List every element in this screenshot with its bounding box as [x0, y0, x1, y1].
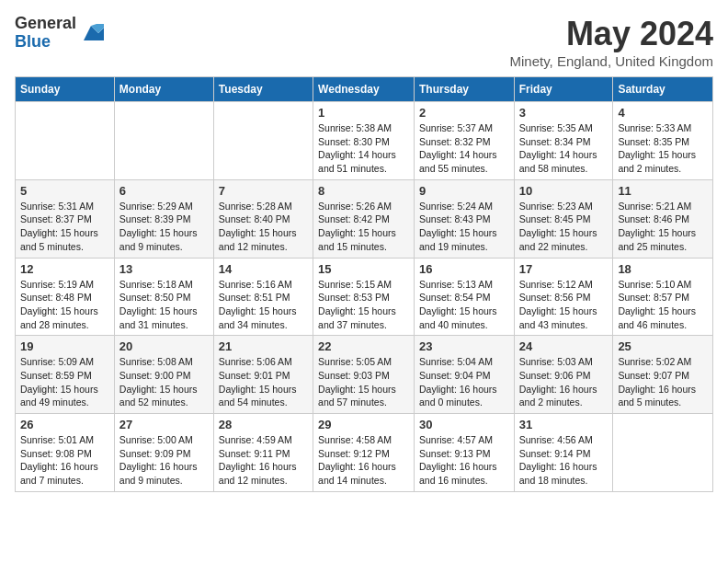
calendar-day-cell: 20Sunrise: 5:08 AM Sunset: 9:00 PM Dayli…	[114, 336, 213, 414]
calendar-day-cell: 12Sunrise: 5:19 AM Sunset: 8:48 PM Dayli…	[16, 258, 115, 336]
weekday-header-sunday: Sunday	[16, 77, 115, 102]
day-info: Sunrise: 5:35 AM Sunset: 8:34 PM Dayligh…	[519, 121, 609, 176]
day-info: Sunrise: 5:28 AM Sunset: 8:40 PM Dayligh…	[219, 200, 308, 254]
calendar-day-cell: 23Sunrise: 5:04 AM Sunset: 9:04 PM Dayli…	[414, 336, 514, 414]
calendar-day-cell: 31Sunrise: 4:56 AM Sunset: 9:14 PM Dayli…	[514, 414, 613, 492]
day-number: 31	[519, 418, 609, 431]
location-text: Minety, England, United Kingdom	[509, 53, 713, 69]
day-number: 13	[119, 262, 209, 276]
calendar-day-cell: 3Sunrise: 5:35 AM Sunset: 8:34 PM Daylig…	[514, 102, 613, 180]
calendar-day-cell: 1Sunrise: 5:38 AM Sunset: 8:30 PM Daylig…	[313, 102, 415, 180]
calendar-day-cell: 29Sunrise: 4:58 AM Sunset: 9:12 PM Dayli…	[313, 414, 415, 492]
calendar-day-cell: 9Sunrise: 5:24 AM Sunset: 8:43 PM Daylig…	[414, 179, 514, 258]
calendar-day-cell: 26Sunrise: 5:01 AM Sunset: 9:08 PM Dayli…	[16, 414, 115, 492]
day-info: Sunrise: 5:31 AM Sunset: 8:37 PM Dayligh…	[20, 200, 109, 254]
day-number: 26	[20, 418, 109, 431]
day-number: 2	[419, 106, 509, 120]
calendar-day-cell: 16Sunrise: 5:13 AM Sunset: 8:54 PM Dayli…	[414, 258, 514, 336]
day-info: Sunrise: 5:10 AM Sunset: 8:57 PM Dayligh…	[618, 278, 708, 332]
calendar-day-cell: 6Sunrise: 5:29 AM Sunset: 8:39 PM Daylig…	[114, 179, 213, 258]
day-info: Sunrise: 5:37 AM Sunset: 8:32 PM Dayligh…	[419, 121, 509, 176]
day-number: 18	[618, 262, 708, 276]
calendar-day-cell: 5Sunrise: 5:31 AM Sunset: 8:37 PM Daylig…	[16, 179, 115, 258]
calendar-day-cell	[16, 102, 115, 180]
day-info: Sunrise: 5:15 AM Sunset: 8:53 PM Dayligh…	[318, 278, 409, 332]
day-info: Sunrise: 4:58 AM Sunset: 9:12 PM Dayligh…	[318, 433, 409, 488]
day-number: 23	[419, 339, 509, 353]
day-info: Sunrise: 5:33 AM Sunset: 8:35 PM Dayligh…	[618, 121, 708, 176]
calendar-day-cell: 24Sunrise: 5:03 AM Sunset: 9:06 PM Dayli…	[514, 336, 613, 414]
calendar-day-cell: 8Sunrise: 5:26 AM Sunset: 8:42 PM Daylig…	[313, 179, 415, 258]
day-number: 21	[219, 339, 308, 353]
day-number: 28	[219, 418, 308, 431]
day-number: 30	[419, 418, 509, 431]
calendar-day-cell: 2Sunrise: 5:37 AM Sunset: 8:32 PM Daylig…	[414, 102, 514, 180]
logo-general: General	[15, 15, 76, 33]
calendar-week-row: 12Sunrise: 5:19 AM Sunset: 8:48 PM Dayli…	[16, 258, 713, 336]
day-info: Sunrise: 5:13 AM Sunset: 8:54 PM Dayligh…	[419, 278, 509, 332]
logo: General Blue	[15, 15, 104, 52]
day-number: 16	[419, 262, 509, 276]
calendar-day-cell	[213, 102, 313, 180]
calendar-day-cell: 14Sunrise: 5:16 AM Sunset: 8:51 PM Dayli…	[213, 258, 313, 336]
calendar-day-cell: 30Sunrise: 4:57 AM Sunset: 9:13 PM Dayli…	[414, 414, 514, 492]
calendar-day-cell: 28Sunrise: 4:59 AM Sunset: 9:11 PM Dayli…	[213, 414, 313, 492]
calendar-body: 1Sunrise: 5:38 AM Sunset: 8:30 PM Daylig…	[16, 102, 713, 492]
calendar-day-cell	[613, 414, 713, 492]
day-info: Sunrise: 4:56 AM Sunset: 9:14 PM Dayligh…	[519, 433, 609, 488]
calendar-day-cell	[114, 102, 213, 180]
day-number: 9	[419, 184, 509, 198]
day-number: 8	[318, 184, 409, 198]
day-info: Sunrise: 5:09 AM Sunset: 8:59 PM Dayligh…	[20, 355, 109, 409]
day-number: 6	[119, 184, 209, 198]
day-info: Sunrise: 4:57 AM Sunset: 9:13 PM Dayligh…	[419, 433, 509, 488]
day-info: Sunrise: 5:18 AM Sunset: 8:50 PM Dayligh…	[119, 278, 209, 332]
calendar-day-cell: 25Sunrise: 5:02 AM Sunset: 9:07 PM Dayli…	[613, 336, 713, 414]
day-number: 14	[219, 262, 308, 276]
day-info: Sunrise: 5:24 AM Sunset: 8:43 PM Dayligh…	[419, 200, 509, 254]
calendar-table: SundayMondayTuesdayWednesdayThursdayFrid…	[15, 76, 713, 492]
weekday-header-saturday: Saturday	[613, 77, 713, 102]
day-number: 27	[119, 418, 209, 431]
day-info: Sunrise: 5:26 AM Sunset: 8:42 PM Dayligh…	[318, 200, 409, 254]
calendar-header: SundayMondayTuesdayWednesdayThursdayFrid…	[16, 77, 713, 102]
calendar-day-cell: 22Sunrise: 5:05 AM Sunset: 9:03 PM Dayli…	[313, 336, 415, 414]
day-info: Sunrise: 5:03 AM Sunset: 9:06 PM Dayligh…	[519, 355, 609, 409]
day-number: 19	[20, 339, 109, 353]
calendar-day-cell: 18Sunrise: 5:10 AM Sunset: 8:57 PM Dayli…	[613, 258, 713, 336]
day-info: Sunrise: 5:00 AM Sunset: 9:09 PM Dayligh…	[119, 433, 209, 488]
day-info: Sunrise: 5:06 AM Sunset: 9:01 PM Dayligh…	[219, 355, 308, 409]
day-info: Sunrise: 4:59 AM Sunset: 9:11 PM Dayligh…	[219, 433, 308, 488]
day-number: 17	[519, 262, 609, 276]
calendar-week-row: 19Sunrise: 5:09 AM Sunset: 8:59 PM Dayli…	[16, 336, 713, 414]
weekday-header-tuesday: Tuesday	[213, 77, 313, 102]
day-number: 29	[318, 418, 409, 431]
day-info: Sunrise: 5:01 AM Sunset: 9:08 PM Dayligh…	[20, 433, 109, 488]
calendar-week-row: 1Sunrise: 5:38 AM Sunset: 8:30 PM Daylig…	[16, 102, 713, 180]
day-number: 4	[618, 106, 708, 120]
day-info: Sunrise: 5:12 AM Sunset: 8:56 PM Dayligh…	[519, 278, 609, 332]
weekday-header-row: SundayMondayTuesdayWednesdayThursdayFrid…	[16, 77, 713, 102]
day-info: Sunrise: 5:19 AM Sunset: 8:48 PM Dayligh…	[20, 278, 109, 332]
day-number: 10	[519, 184, 609, 198]
weekday-header-friday: Friday	[514, 77, 613, 102]
calendar-day-cell: 19Sunrise: 5:09 AM Sunset: 8:59 PM Dayli…	[16, 336, 115, 414]
calendar-day-cell: 4Sunrise: 5:33 AM Sunset: 8:35 PM Daylig…	[613, 102, 713, 180]
day-info: Sunrise: 5:23 AM Sunset: 8:45 PM Dayligh…	[519, 200, 609, 254]
page-header: General Blue May 2024 Minety, England, U…	[15, 15, 713, 69]
weekday-header-wednesday: Wednesday	[313, 77, 415, 102]
day-number: 25	[618, 339, 708, 353]
day-info: Sunrise: 5:29 AM Sunset: 8:39 PM Dayligh…	[119, 200, 209, 254]
day-info: Sunrise: 5:02 AM Sunset: 9:07 PM Dayligh…	[618, 355, 708, 409]
calendar-day-cell: 10Sunrise: 5:23 AM Sunset: 8:45 PM Dayli…	[514, 179, 613, 258]
day-number: 11	[618, 184, 708, 198]
calendar-week-row: 5Sunrise: 5:31 AM Sunset: 8:37 PM Daylig…	[16, 179, 713, 258]
weekday-header-monday: Monday	[114, 77, 213, 102]
logo-blue: Blue	[15, 33, 76, 52]
calendar-day-cell: 21Sunrise: 5:06 AM Sunset: 9:01 PM Dayli…	[213, 336, 313, 414]
calendar-day-cell: 27Sunrise: 5:00 AM Sunset: 9:09 PM Dayli…	[114, 414, 213, 492]
day-number: 5	[20, 184, 109, 198]
calendar-week-row: 26Sunrise: 5:01 AM Sunset: 9:08 PM Dayli…	[16, 414, 713, 492]
calendar-day-cell: 17Sunrise: 5:12 AM Sunset: 8:56 PM Dayli…	[514, 258, 613, 336]
day-number: 22	[318, 339, 409, 353]
